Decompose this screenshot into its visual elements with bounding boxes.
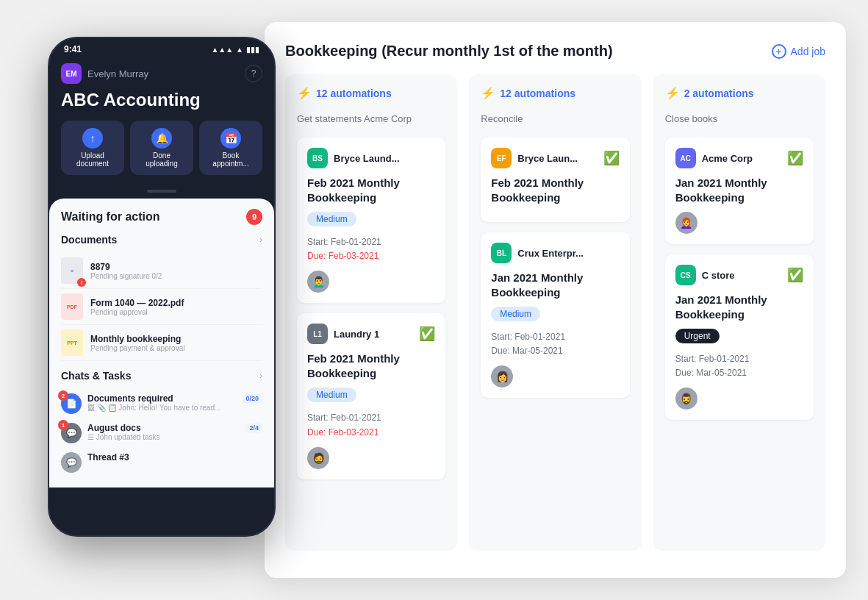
- chat-preview-august: ☰ John updated tasks: [87, 433, 262, 441]
- client-name-ef: Bryce Laun...: [517, 153, 578, 164]
- chat-avatar-august: 1 💬: [61, 423, 82, 443]
- job-title-ac: Jan 2021 Monthly Bookkeeping: [675, 176, 803, 204]
- phone-user-name: Evelyn Murray: [87, 68, 148, 79]
- documents-subsection[interactable]: Documents ›: [61, 234, 262, 246]
- lightning-icon-1: ⚡: [297, 86, 312, 100]
- col1-automation-count: 12 automations: [316, 88, 392, 99]
- check-icon-l1: ✅: [419, 326, 435, 342]
- chat-item-august[interactable]: 1 💬 August docs 2/4 ☰ John updated tasks: [61, 418, 262, 448]
- client-name-ac: Acme Corp: [702, 153, 753, 164]
- doc-title-1040: Form 1040 — 2022.pdf: [90, 298, 184, 308]
- job-due-bs: Due: Feb-03-2021: [307, 249, 435, 263]
- phone-done-btn[interactable]: 🔔 Doneuploading: [130, 121, 193, 175]
- battery-icon: ▮▮▮: [246, 46, 259, 54]
- job-dates-cs: Start: Feb-01-2021 Due: Mar-05-2021: [675, 352, 803, 380]
- panel-header: Bookkeeping (Recur monthly 1st of the mo…: [285, 43, 825, 60]
- priority-badge-cs: Urgent: [675, 329, 720, 343]
- chat-avatar-docs: 2 📄: [61, 393, 82, 414]
- chats-subsection[interactable]: Chats & Tasks ›: [61, 370, 262, 382]
- job-dates-l1: Start: Feb-01-2021 Due: Feb-03-2021: [307, 411, 435, 439]
- chats-chevron: ›: [259, 371, 262, 381]
- job-card-acme-jan[interactable]: AC Acme Corp ✅ Jan 2021 Monthly Bookkeep…: [665, 138, 814, 244]
- doc-badge-8879: !: [77, 278, 86, 287]
- job-title-l1: Feb 2021 Monthly Bookkeeping: [307, 351, 435, 380]
- client-avatar-ac: AC: [675, 148, 696, 168]
- phone-upload-btn[interactable]: ↑ Uploaddocument: [61, 121, 124, 175]
- phone-company-name: ABC Accounting: [61, 90, 262, 110]
- job-assignee-l1: 🧔: [307, 447, 329, 469]
- col2-header: ⚡ 12 automations: [481, 86, 629, 100]
- job-start-cs: Start: Feb-01-2021: [675, 352, 803, 366]
- phone-user-info: EM Evelyn Murray: [61, 63, 148, 84]
- job-start-bs: Start: Feb-01-2021: [307, 235, 435, 249]
- chat-preview-docs: 🖼 📎 📋 John: Hello! You have to read...: [87, 404, 262, 412]
- phone-action-buttons: ↑ Uploaddocument 🔔 Doneuploading 📅 Booka…: [61, 121, 262, 175]
- client-avatar-cs: CS: [675, 265, 696, 285]
- column-get-statements: ⚡ 12 automations Get statements Acme Cor…: [285, 74, 457, 551]
- phone-book-btn[interactable]: 📅 Bookappointm...: [199, 121, 262, 175]
- job-card-bryce-feb[interactable]: BS Bryce Laund... Feb 2021 Monthly Bookk…: [297, 138, 445, 303]
- job-title-bl: Jan 2021 Monthly Bookkeeping: [491, 271, 619, 299]
- columns-container: ⚡ 12 automations Get statements Acme Cor…: [285, 74, 825, 551]
- job-card-ef-feb[interactable]: EF Bryce Laun... ✅ Feb 2021 Monthly Book…: [481, 138, 629, 222]
- job-due-cs: Due: Mar-05-2021: [675, 366, 803, 380]
- job-assignee-bl: 👩: [491, 365, 513, 388]
- job-card-laundry-feb[interactable]: L1 Laundry 1 ✅ Feb 2021 Monthly Bookkeep…: [297, 313, 445, 479]
- job-assignee-ac: 👩‍🦰: [675, 212, 697, 234]
- done-icon: 🔔: [151, 128, 172, 149]
- check-icon-ac: ✅: [787, 150, 803, 166]
- chat-item-docs-required[interactable]: 2 📄 Documents required 0/20 🖼 📎 📋 John: …: [61, 389, 262, 418]
- col2-subtitle: Reconcile: [481, 113, 629, 124]
- doc-title-bookkeeping: Monthly bookkeeping: [90, 334, 184, 344]
- col3-subtitle: Close books: [665, 113, 814, 124]
- job-title-bryce-feb: Feb 2021 Monthly Bookkeeping: [307, 176, 435, 204]
- job-due-l1: Due: Feb-03-2021: [307, 426, 435, 440]
- job-card-cstore-jan[interactable]: CS C store ✅ Jan 2021 Monthly Bookkeepin…: [665, 254, 814, 420]
- chat-title-august: August docs: [87, 423, 141, 433]
- waiting-section: Waiting for action 9: [61, 209, 262, 225]
- col1-subtitle: Get statements Acme Corp: [297, 113, 445, 124]
- doc-item-1040[interactable]: PDF Form 1040 — 2022.pdf Pending approva…: [61, 289, 262, 325]
- col3-automation-count: 2 automations: [684, 88, 754, 99]
- col1-header: ⚡ 12 automations: [297, 86, 445, 100]
- phone-help-button[interactable]: ?: [245, 65, 262, 82]
- doc-icon-bookkeeping: PPT: [61, 329, 83, 356]
- chat-badge-docs: 2: [58, 390, 68, 401]
- add-job-icon: +: [772, 44, 786, 59]
- documents-label: Documents: [61, 234, 117, 246]
- job-assignee-cs: 🧔‍♂️: [675, 388, 697, 410]
- chat-title-thread3: Thread #3: [87, 452, 262, 463]
- doc-item-8879[interactable]: ≡ ! 8879 Pending signature 0/2: [61, 253, 262, 289]
- lightning-icon-2: ⚡: [481, 86, 495, 100]
- add-job-button[interactable]: + Add job: [772, 44, 825, 59]
- waiting-label: Waiting for action: [61, 210, 160, 224]
- panel-title: Bookkeeping (Recur monthly 1st of the mo…: [285, 43, 613, 60]
- job-dates-bl: Start: Feb-01-2021 Due: Mar-05-2021: [491, 330, 619, 358]
- client-avatar-bl: BL: [491, 243, 512, 263]
- job-start-l1: Start: Feb-01-2021: [307, 411, 435, 425]
- chat-item-thread3[interactable]: 💬 Thread #3: [61, 448, 262, 477]
- chat-title-docs: Documents required: [87, 393, 173, 404]
- upload-icon: ↑: [82, 128, 103, 149]
- priority-badge-l1: Medium: [307, 388, 356, 402]
- doc-item-bookkeeping[interactable]: PPT Monthly bookkeeping Pending payment …: [61, 325, 262, 361]
- doc-sub-bookkeeping: Pending payment & approval: [90, 344, 184, 352]
- chat-progress-docs: 0/20: [242, 393, 262, 404]
- chat-avatar-thread3: 💬: [61, 452, 82, 473]
- job-card-crux-jan[interactable]: BL Crux Enterpr... Jan 2021 Monthly Book…: [481, 232, 629, 398]
- phone-status-icons: ▲▲▲ ▲ ▮▮▮: [211, 46, 259, 54]
- waiting-badge: 9: [246, 209, 262, 225]
- wifi-icon: ▲: [236, 46, 243, 54]
- job-start-bl: Start: Feb-01-2021: [491, 330, 619, 344]
- doc-icon-1040: PDF: [61, 293, 83, 320]
- chat-progress-august: 2/4: [245, 423, 262, 433]
- client-avatar-bs: BS: [307, 148, 328, 168]
- doc-sub-8879: Pending signature 0/2: [90, 272, 162, 280]
- job-title-cs: Jan 2021 Monthly Bookkeeping: [675, 293, 803, 321]
- col2-automation-count: 12 automations: [500, 88, 575, 99]
- lightning-icon-3: ⚡: [665, 86, 680, 100]
- check-icon-cs: ✅: [787, 267, 803, 283]
- client-name-bl: Crux Enterpr...: [517, 248, 584, 259]
- phone-notch: [118, 38, 206, 56]
- job-title-ef: Feb 2021 Monthly Bookkeeping: [491, 176, 619, 204]
